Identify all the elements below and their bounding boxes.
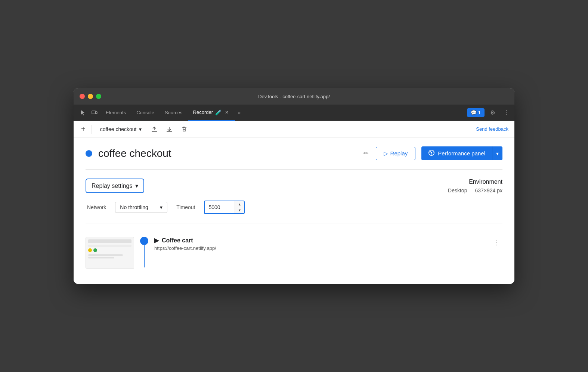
close-traffic-light[interactable] bbox=[80, 94, 85, 99]
settings-row: Network No throttling ▾ Timeout ▲ ▼ bbox=[86, 201, 245, 214]
send-feedback-link[interactable]: Send feedback bbox=[476, 126, 508, 132]
recorder-label: Recorder bbox=[193, 109, 213, 115]
export-button[interactable] bbox=[148, 123, 160, 135]
settings-chevron-icon: ▾ bbox=[135, 182, 138, 189]
recording-title: coffee checkout bbox=[98, 148, 356, 159]
tabsbar: Elements Console Sources Recorder 🧪 ✕ » … bbox=[74, 105, 514, 121]
timeout-label: Timeout bbox=[176, 204, 195, 210]
replay-settings-label: Replay settings bbox=[92, 183, 132, 189]
network-label: Network bbox=[87, 204, 106, 210]
delete-recording-button[interactable] bbox=[178, 123, 190, 135]
environment-title: Environment bbox=[448, 179, 502, 185]
step-thumbnail bbox=[86, 237, 134, 269]
titlebar: DevTools - coffee-cart.netlify.app/ bbox=[74, 88, 514, 105]
tab-console[interactable]: Console bbox=[131, 105, 160, 121]
step-more-options-button[interactable]: ⋮ bbox=[490, 237, 502, 248]
step-title: ▶ Coffee cart bbox=[154, 237, 484, 244]
chat-button[interactable]: 💬 1 bbox=[467, 108, 485, 117]
maximize-traffic-light[interactable] bbox=[96, 94, 101, 99]
perf-panel-label: Performance panel bbox=[438, 150, 485, 156]
toolbar: + coffee checkout ▾ Send feedback bbox=[74, 121, 514, 137]
minimize-traffic-light[interactable] bbox=[88, 94, 93, 99]
svg-rect-1 bbox=[96, 112, 97, 114]
device-mode-icon[interactable] bbox=[89, 107, 100, 119]
flask-icon: 🧪 bbox=[215, 109, 222, 115]
main-content: coffee checkout ✏ ▷ Replay Per bbox=[74, 137, 514, 284]
timeout-input[interactable] bbox=[205, 202, 235, 213]
recording-selector[interactable]: coffee checkout ▾ bbox=[96, 125, 145, 134]
step-title-text: Coffee cart bbox=[162, 237, 193, 244]
step-connector bbox=[140, 237, 148, 267]
timeout-input-group: ▲ ▼ bbox=[204, 201, 245, 214]
more-options-icon[interactable]: ⋮ bbox=[501, 108, 511, 118]
timeout-spinners: ▲ ▼ bbox=[235, 201, 244, 213]
traffic-lights bbox=[80, 94, 101, 99]
network-chevron-icon: ▾ bbox=[160, 204, 163, 210]
step-item: ▶ Coffee cart https://coffee-cart.netlif… bbox=[86, 231, 502, 275]
replay-settings-section: Replay settings ▾ Network No throttling … bbox=[86, 170, 502, 223]
performance-panel-group: Performance panel ▾ bbox=[421, 146, 502, 160]
chat-count: 1 bbox=[478, 110, 481, 115]
recording-status-dot bbox=[86, 150, 92, 157]
svg-rect-0 bbox=[92, 111, 96, 114]
tab-close-icon[interactable]: ✕ bbox=[224, 109, 230, 115]
toolbar-divider bbox=[92, 125, 92, 134]
environment-divider bbox=[471, 188, 471, 193]
step-url: https://coffee-cart.netlify.app/ bbox=[154, 245, 484, 251]
perf-icon bbox=[428, 149, 435, 157]
add-recording-button[interactable]: + bbox=[80, 125, 87, 133]
timeout-decrement-button[interactable]: ▼ bbox=[235, 207, 244, 213]
step-dot bbox=[140, 237, 148, 245]
replay-label: Replay bbox=[390, 150, 408, 156]
tab-elements[interactable]: Elements bbox=[100, 105, 131, 121]
svg-point-3 bbox=[431, 152, 432, 154]
performance-panel-dropdown-button[interactable]: ▾ bbox=[492, 146, 502, 160]
chevron-down-icon: ▾ bbox=[139, 126, 142, 132]
settings-icon[interactable]: ⚙ bbox=[488, 108, 498, 118]
environment-info: Desktop 637×924 px bbox=[448, 187, 502, 193]
step-info: ▶ Coffee cart https://coffee-cart.netlif… bbox=[154, 237, 484, 251]
performance-panel-button[interactable]: Performance panel bbox=[421, 146, 492, 160]
replay-button[interactable]: ▷ Replay bbox=[376, 147, 416, 160]
timeout-increment-button[interactable]: ▲ bbox=[235, 201, 244, 207]
tabsbar-right: 💬 1 ⚙ ⋮ bbox=[467, 108, 511, 118]
recording-header: coffee checkout ✏ ▷ Replay Per bbox=[86, 146, 502, 170]
recording-name-label: coffee checkout bbox=[100, 126, 137, 132]
environment-device: Desktop bbox=[448, 187, 467, 193]
edit-title-icon[interactable]: ✏ bbox=[362, 148, 370, 158]
network-value-label: No throttling bbox=[120, 204, 148, 210]
steps-section: ▶ Coffee cart https://coffee-cart.netlif… bbox=[86, 223, 502, 275]
chevron-down-icon: ▾ bbox=[496, 151, 499, 156]
cursor-icon[interactable] bbox=[77, 107, 89, 119]
tab-sources[interactable]: Sources bbox=[160, 105, 188, 121]
replay-settings-toggle[interactable]: Replay settings ▾ bbox=[86, 179, 144, 193]
environment-section: Environment Desktop 637×924 px bbox=[448, 179, 502, 193]
environment-resolution: 637×924 px bbox=[475, 187, 502, 193]
chat-icon: 💬 bbox=[471, 110, 477, 115]
tab-recorder[interactable]: Recorder 🧪 ✕ bbox=[188, 105, 235, 121]
replay-play-icon: ▷ bbox=[384, 150, 388, 157]
import-button[interactable] bbox=[163, 123, 175, 135]
network-throttling-select[interactable]: No throttling ▾ bbox=[115, 202, 167, 213]
more-tabs-button[interactable]: » bbox=[235, 108, 244, 117]
expand-arrow-icon[interactable]: ▶ bbox=[154, 237, 159, 244]
window-title: DevTools - coffee-cart.netlify.app/ bbox=[258, 94, 330, 99]
step-line bbox=[144, 245, 145, 267]
